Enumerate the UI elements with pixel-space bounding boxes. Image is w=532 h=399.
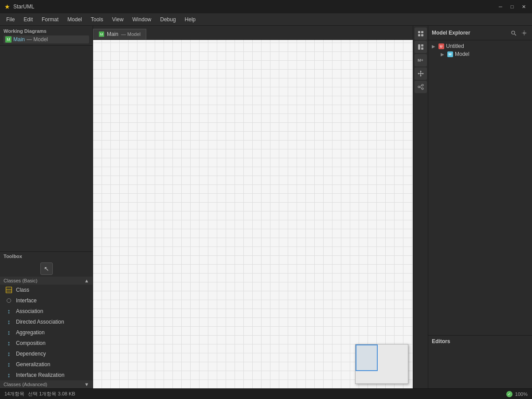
svg-marker-9 (420, 70, 422, 72)
canvas-tab-main[interactable]: M Main — Model (93, 29, 146, 39)
search-button[interactable] (509, 28, 518, 37)
minimize-button[interactable]: ─ (496, 2, 505, 12)
statusbar: 14개항목 선택 1개항목 3.08 KB ✓ 100% (0, 388, 532, 399)
toolbox-header: Toolbox (0, 252, 93, 261)
titlebar: ★ StarUML ─ □ ✕ (0, 0, 532, 13)
svg-point-15 (422, 88, 423, 90)
composition-icon: ↕ (5, 340, 12, 347)
svg-rect-2 (418, 34, 420, 36)
tree-item-untitled[interactable]: ▶ U Untitled (430, 42, 530, 50)
canvas-tab-bar: M Main — Model (93, 26, 413, 40)
left-empty-area (0, 46, 93, 251)
tool-class[interactable]: Class (0, 285, 93, 295)
svg-line-17 (420, 87, 422, 88)
dependency-icon: ↕ (5, 350, 12, 357)
svg-point-14 (418, 86, 420, 88)
tree-arrow-untitled: ▶ (432, 44, 436, 49)
tab-model: — Model (121, 31, 141, 37)
app-icon: ★ (4, 3, 11, 10)
model-icon: M (447, 51, 453, 57)
section-advanced-arrow: ▼ (84, 382, 89, 387)
model-explorer-header: Model Explorer (428, 26, 532, 40)
cursor-tool-button[interactable]: ↖ (40, 262, 53, 275)
status-ok-icon: ✓ (506, 391, 512, 397)
svg-line-16 (420, 86, 422, 86)
svg-marker-12 (422, 73, 424, 74)
menubar: FileEditFormatModelToolsViewWindowDebugH… (0, 13, 532, 26)
svg-rect-5 (421, 44, 423, 47)
diagram-model: — Model (27, 36, 48, 43)
menu-item-tools[interactable]: Tools (86, 15, 108, 24)
toolbox-panel: Toolbox ↖ Classes (Basic) ▲ Class (0, 251, 93, 388)
tool-interface-realization-label: Interface Realization (16, 372, 64, 378)
tool-directed-association[interactable]: ↕ Directed Association (0, 317, 93, 327)
close-button[interactable]: ✕ (519, 2, 528, 12)
directed-association-icon: ↕ (5, 318, 12, 325)
toolbar-move-button[interactable] (415, 67, 427, 80)
toolbar-grid-button[interactable] (415, 41, 427, 53)
diagram-name: Main (13, 36, 25, 43)
maximize-button[interactable]: □ (507, 2, 517, 12)
tool-association[interactable]: ↕ Association (0, 306, 93, 317)
main-area: Working Diagrams M Main — Model Toolbox … (0, 26, 532, 388)
toolbar-share-button[interactable] (415, 81, 427, 93)
tab-icon: M (99, 31, 104, 37)
menu-item-debug[interactable]: Debug (156, 15, 180, 24)
working-diagrams-title: Working Diagrams (4, 28, 89, 34)
svg-point-18 (512, 31, 515, 34)
diagram-item[interactable]: M Main — Model (4, 35, 89, 43)
minimap-viewport (356, 344, 378, 371)
toolbar-md-button[interactable]: M+ (415, 54, 427, 66)
app-title: StarUML (13, 4, 493, 10)
tree-item-model[interactable]: ▶ M Model (439, 50, 530, 58)
tool-dependency-label: Dependency (16, 351, 46, 357)
working-diagrams-panel: Working Diagrams M Main — Model (0, 26, 93, 46)
tab-label: Main (107, 31, 118, 37)
association-icon: ↕ (5, 308, 12, 315)
toolbar-puzzle-button[interactable] (415, 27, 427, 40)
svg-rect-0 (418, 31, 420, 33)
tree-label-untitled: Untitled (446, 43, 464, 49)
interface-realization-icon: ↕ (5, 372, 12, 379)
tool-interface[interactable]: Interface (0, 295, 93, 306)
interface-icon (5, 297, 12, 304)
editors-panel: Editors (428, 335, 532, 388)
section-basic-label: Classes (Basic) (4, 278, 37, 283)
svg-rect-4 (418, 44, 420, 50)
tool-aggregation[interactable]: ↕ Aggregation (0, 327, 93, 338)
tool-dependency[interactable]: ↕ Dependency (0, 348, 93, 359)
canvas[interactable] (93, 40, 413, 388)
tool-directed-association-label: Directed Association (16, 319, 64, 325)
toolbox-section-advanced[interactable]: Classes (Advanced) ▼ (0, 380, 93, 388)
tool-composition[interactable]: ↕ Composition (0, 338, 93, 348)
diagram-icon: M (5, 36, 12, 43)
tool-generalization[interactable]: ↕ Generalization (0, 359, 93, 370)
menu-item-file[interactable]: File (2, 15, 19, 24)
tree-child-model: ▶ M Model (430, 50, 530, 58)
svg-rect-6 (421, 47, 423, 50)
svg-rect-3 (421, 34, 423, 36)
menu-item-format[interactable]: Format (37, 15, 63, 24)
menu-item-edit[interactable]: Edit (19, 15, 37, 24)
section-advanced-label: Classes (Advanced) (4, 382, 47, 387)
canvas-area: M Main — Model (93, 26, 413, 388)
status-right: ✓ 100% (506, 391, 528, 397)
menu-item-view[interactable]: View (108, 15, 128, 24)
menu-item-window[interactable]: Window (128, 15, 156, 24)
toolbox-section-basic[interactable]: Classes (Basic) ▲ (0, 277, 93, 285)
gear-button[interactable] (520, 28, 528, 37)
tool-aggregation-label: Aggregation (16, 329, 45, 336)
model-explorer-title: Model Explorer (432, 30, 470, 36)
tool-class-label: Class (16, 287, 29, 293)
right-panel: Model Explorer ▶ (428, 26, 532, 388)
untitled-icon: U (438, 43, 444, 49)
menu-item-model[interactable]: Model (63, 15, 86, 24)
tool-interface-realization[interactable]: ↕ Interface Realization (0, 370, 93, 380)
toolbox-title: Toolbox (4, 254, 22, 259)
menu-item-help[interactable]: Help (180, 15, 200, 24)
cursor-tool-row: ↖ (0, 261, 93, 277)
status-zoom: 100% (515, 391, 528, 397)
svg-marker-10 (420, 75, 422, 77)
window-controls: ─ □ ✕ (496, 2, 528, 12)
panel-actions (509, 28, 528, 37)
